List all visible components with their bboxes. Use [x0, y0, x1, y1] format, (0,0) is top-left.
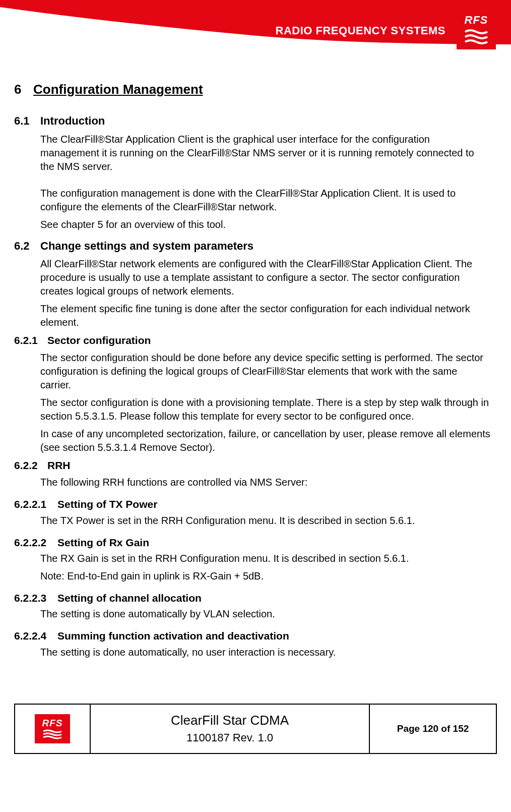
- heading-title: Setting of channel allocation: [57, 592, 202, 604]
- rfs-logo: RFS: [457, 10, 496, 49]
- page-content: 6Configuration Management 6.1Introductio…: [0, 55, 511, 673]
- paragraph: The sector configuration should be done …: [40, 351, 491, 392]
- footer-logo-cell: RFS: [15, 705, 91, 753]
- paragraph: The ClearFill®Star Application Client is…: [40, 133, 491, 173]
- heading-title: Configuration Management: [33, 82, 203, 97]
- heading-title: Change settings and system parameters: [40, 240, 253, 252]
- heading-num: 6.2.2: [14, 458, 47, 473]
- footer-page-number: Page 120 of 152: [370, 705, 496, 753]
- heading-num: 6.2.2.4: [14, 629, 57, 643]
- heading-6-2-2-3: 6.2.2.3Setting of channel allocation: [14, 591, 491, 605]
- heading-title: RRH: [47, 459, 71, 471]
- paragraph: Note: End-to-End gain in uplink is RX-Ga…: [40, 569, 491, 583]
- footer-title: ClearFill Star CDMA: [171, 713, 289, 728]
- paragraph: The following RRH functions are controll…: [40, 476, 491, 489]
- heading-title: Setting of TX Power: [57, 498, 157, 510]
- heading-title: Summing function activation and deactiva…: [57, 630, 289, 642]
- heading-num: 6.1: [14, 113, 40, 129]
- heading-6-2: 6.2Change settings and system parameters: [14, 239, 491, 254]
- heading-num: 6.2: [14, 239, 40, 254]
- footer-logo: RFS: [35, 714, 70, 743]
- heading-num: 6.2.1: [14, 333, 47, 347]
- heading-6-2-2-4: 6.2.2.4Summing function activation and d…: [14, 629, 491, 643]
- heading-6-2-2-1: 6.2.2.1Setting of TX Power: [14, 497, 491, 511]
- heading-6-2-2-2: 6.2.2.2Setting of Rx Gain: [14, 536, 491, 550]
- logo-text: RFS: [465, 14, 488, 27]
- wave-icon: [464, 28, 488, 46]
- heading-6-2-1: 6.2.1Sector configuration: [14, 333, 491, 347]
- paragraph: All ClearFill®Star network elements are …: [40, 257, 491, 298]
- paragraph: The element specific fine tuning is done…: [40, 302, 491, 329]
- paragraph: The setting is done automatically by VLA…: [40, 607, 491, 621]
- paragraph: In case of any uncompleted sectorization…: [40, 427, 491, 454]
- page-footer: RFS ClearFill Star CDMA 1100187 Rev. 1.0…: [14, 704, 497, 754]
- heading-title: Sector configuration: [47, 334, 151, 346]
- heading-num: 6: [14, 81, 33, 98]
- heading-6: 6Configuration Management: [14, 81, 491, 98]
- wave-icon: [42, 729, 62, 740]
- brand-text: RADIO FREQUENCY SYSTEMS: [276, 24, 445, 37]
- paragraph: The TX Power is set in the RRH Configura…: [40, 514, 491, 528]
- footer-revision: 1100187 Rev. 1.0: [186, 731, 273, 744]
- paragraph: The sector configuration is done with a …: [40, 396, 491, 423]
- heading-num: 6.2.2.2: [14, 536, 57, 550]
- page-header: RADIO FREQUENCY SYSTEMS RFS: [0, 0, 511, 55]
- footer-center: ClearFill Star CDMA 1100187 Rev. 1.0: [91, 705, 370, 753]
- paragraph: The setting is done automatically, no us…: [40, 646, 491, 659]
- footer-logo-text: RFS: [42, 718, 63, 729]
- heading-title: Introduction: [40, 114, 105, 127]
- heading-6-2-2: 6.2.2RRH: [14, 458, 491, 473]
- paragraph: The configuration management is done wit…: [40, 187, 491, 214]
- heading-num: 6.2.2.1: [14, 497, 57, 511]
- paragraph: The RX Gain is set in the RRH Configurat…: [40, 552, 491, 565]
- heading-title: Setting of Rx Gain: [57, 537, 149, 548]
- heading-num: 6.2.2.3: [14, 591, 57, 605]
- paragraph: See chapter 5 for an overview of this to…: [40, 218, 491, 231]
- heading-6-1: 6.1Introduction: [14, 113, 491, 129]
